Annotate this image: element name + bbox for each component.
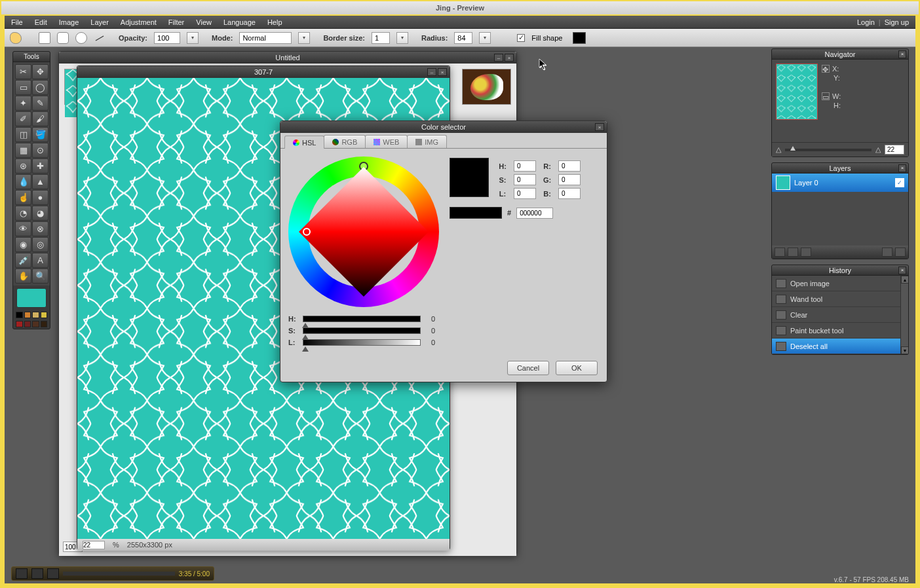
menu-file[interactable]: File: [11, 18, 23, 26]
bloat-tool-icon[interactable]: ◉: [15, 237, 31, 252]
sl-cursor-icon[interactable]: [303, 228, 311, 236]
shape-freeform-icon[interactable]: [10, 32, 22, 44]
history-item[interactable]: Open image: [772, 276, 908, 291]
burn-tool-icon[interactable]: ◕: [32, 206, 48, 221]
g-input[interactable]: [558, 174, 581, 185]
pinch-tool-icon[interactable]: ◎: [32, 237, 48, 252]
opacity-dropdown[interactable]: [187, 32, 199, 44]
duplicate-icon[interactable]: [801, 248, 811, 257]
nav-zoom-input[interactable]: [885, 145, 904, 155]
minimize-icon[interactable]: –: [494, 54, 503, 62]
delete-layer-icon[interactable]: [895, 248, 906, 257]
history-item[interactable]: Deselect all: [772, 339, 908, 354]
dodge-tool-icon[interactable]: ◔: [15, 206, 31, 221]
close-icon[interactable]: ×: [595, 123, 604, 131]
bucket-tool-icon[interactable]: 🪣: [32, 127, 48, 142]
doc-titlebar[interactable]: Untitled – ×: [59, 52, 516, 64]
marquee-tool-icon[interactable]: ▭: [15, 80, 31, 95]
stop-button-icon[interactable]: [47, 568, 59, 579]
tab-img[interactable]: IMG: [407, 135, 447, 148]
spot-tool-icon[interactable]: ⊗: [32, 221, 48, 236]
close-icon[interactable]: ×: [438, 68, 447, 76]
navigator-thumbnail[interactable]: [776, 64, 818, 120]
zoom-tool-icon[interactable]: 🔍: [32, 268, 48, 284]
close-icon[interactable]: ×: [898, 164, 906, 172]
zoom-out-icon[interactable]: △: [776, 145, 781, 154]
close-icon[interactable]: ×: [898, 266, 906, 274]
gradient-tool-icon[interactable]: ▦: [15, 143, 31, 158]
radius-input[interactable]: [454, 32, 472, 44]
heal-tool-icon[interactable]: ✚: [32, 158, 48, 174]
ok-button[interactable]: OK: [556, 361, 598, 375]
pen-tool-icon[interactable]: ✎: [32, 96, 48, 111]
shape-ellipse-icon[interactable]: [75, 32, 87, 44]
pause-button-icon[interactable]: [31, 568, 43, 579]
play-button-icon[interactable]: [16, 568, 28, 579]
move-tool-icon[interactable]: ✥: [32, 64, 48, 79]
redeye-tool-icon[interactable]: 👁: [15, 221, 31, 236]
color-chip-brown-icon[interactable]: [32, 321, 39, 327]
h-input[interactable]: [514, 160, 536, 172]
zoom-input[interactable]: [83, 541, 105, 549]
s-input[interactable]: [514, 174, 536, 185]
shape-line-icon[interactable]: [94, 32, 105, 44]
lasso-tool-icon[interactable]: ◯: [32, 80, 48, 95]
tab-web[interactable]: WEB: [365, 135, 408, 148]
color-chip-tan-icon[interactable]: [32, 312, 39, 318]
player-scrubber[interactable]: [63, 572, 175, 576]
menu-adjustment[interactable]: Adjustment: [121, 18, 157, 26]
close-icon[interactable]: ×: [898, 50, 906, 58]
minimize-icon[interactable]: –: [427, 68, 436, 76]
scroll-down-icon[interactable]: ▼: [901, 346, 908, 354]
border-size-input[interactable]: [372, 32, 390, 44]
close-icon[interactable]: ×: [505, 54, 514, 62]
shape-rect-icon[interactable]: [39, 32, 50, 44]
l-input[interactable]: [514, 188, 536, 199]
clone-tool-icon[interactable]: ⊙: [32, 143, 48, 158]
cancel-button[interactable]: Cancel: [507, 361, 549, 375]
zoom-slider[interactable]: [785, 149, 872, 151]
opacity-input[interactable]: [154, 32, 180, 44]
signup-link[interactable]: Sign up: [885, 18, 909, 26]
layer-visibility-checkbox[interactable]: ✓: [895, 178, 904, 187]
layer-row[interactable]: Layer 0 ✓: [772, 174, 908, 192]
wand-tool-icon[interactable]: ✦: [15, 96, 31, 111]
menu-language[interactable]: Language: [223, 18, 256, 26]
menu-layer[interactable]: Layer: [90, 18, 109, 26]
menu-filter[interactable]: Filter: [168, 18, 184, 26]
color-chip-maroon-icon[interactable]: [24, 321, 31, 327]
smudge-tool-icon[interactable]: ☝: [15, 190, 31, 205]
new-layer-icon[interactable]: [775, 248, 785, 257]
eraser-tool-icon[interactable]: ◫: [15, 127, 31, 142]
history-item[interactable]: Wand tool: [772, 291, 908, 307]
sharpen-tool-icon[interactable]: ▲: [32, 174, 48, 189]
stamp-tool-icon[interactable]: ⊛: [15, 158, 31, 174]
r-input[interactable]: [558, 160, 581, 172]
doc-titlebar[interactable]: 307-7 – ×: [77, 66, 450, 78]
hex-input[interactable]: [516, 208, 553, 219]
tab-rgb[interactable]: RGB: [324, 135, 366, 148]
foreground-color-swatch[interactable]: [16, 288, 47, 308]
type-tool-icon[interactable]: A: [32, 253, 48, 268]
fill-shape-checkbox[interactable]: ✓: [517, 34, 525, 42]
border-dropdown[interactable]: [396, 32, 408, 44]
blur-tool-icon[interactable]: 💧: [15, 174, 31, 189]
menu-edit[interactable]: Edit: [35, 18, 47, 26]
mask-icon[interactable]: [788, 248, 798, 257]
scroll-up-icon[interactable]: ▲: [901, 276, 908, 284]
l-slider[interactable]: [303, 339, 421, 346]
history-item[interactable]: Clear: [772, 307, 908, 323]
dialog-titlebar[interactable]: Color selector ×: [280, 121, 607, 133]
b-input[interactable]: [558, 188, 581, 199]
history-item[interactable]: Paint bucket tool: [772, 323, 908, 339]
pencil-tool-icon[interactable]: ✐: [15, 111, 31, 126]
brush-tool-icon[interactable]: 🖌: [32, 111, 48, 126]
fill-color-swatch[interactable]: [573, 32, 586, 44]
tab-hsl[interactable]: HSL: [284, 136, 324, 149]
eyedropper-tool-icon[interactable]: 💉: [15, 253, 31, 268]
color-chip-yellow-icon[interactable]: [41, 312, 48, 318]
zoom-in-icon[interactable]: △: [875, 145, 881, 154]
mode-dropdown[interactable]: [298, 32, 310, 44]
history-scrollbar[interactable]: ▲ ▼: [900, 276, 908, 354]
menu-image[interactable]: Image: [59, 18, 79, 26]
